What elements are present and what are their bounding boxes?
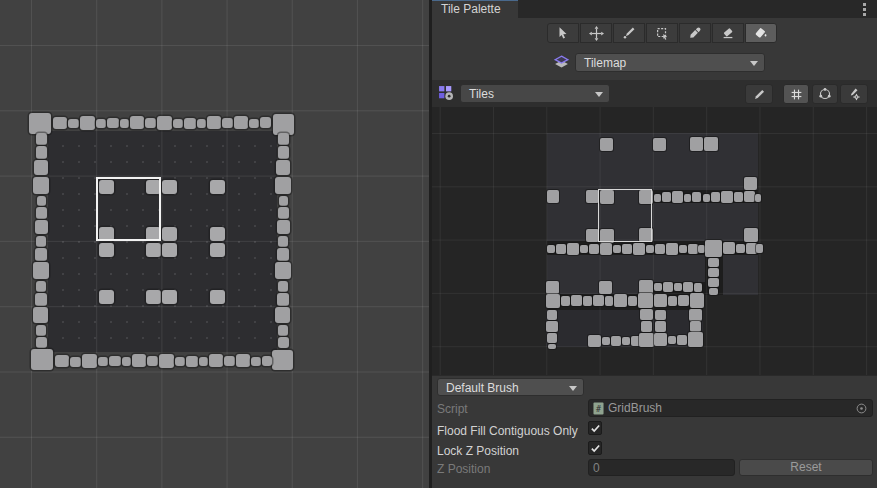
wall-tile[interactable] bbox=[82, 354, 97, 368]
palette-tile[interactable] bbox=[662, 192, 671, 202]
palette-tile[interactable] bbox=[547, 245, 555, 253]
floor-tile[interactable] bbox=[162, 227, 177, 241]
wall-tile[interactable] bbox=[33, 177, 49, 194]
wall-tile[interactable] bbox=[107, 118, 119, 128]
palette-tile[interactable] bbox=[668, 336, 676, 344]
floor-tile[interactable] bbox=[99, 243, 114, 257]
palette-tile[interactable] bbox=[705, 240, 722, 257]
palette-tile[interactable] bbox=[638, 293, 653, 308]
wall-tile[interactable] bbox=[36, 236, 46, 247]
floor-tile[interactable] bbox=[210, 180, 225, 194]
wall-tile[interactable] bbox=[120, 119, 129, 128]
palette-tile[interactable] bbox=[698, 245, 705, 253]
palette-tile[interactable] bbox=[548, 344, 556, 349]
palette-tile[interactable] bbox=[614, 294, 627, 307]
palette-tile[interactable] bbox=[546, 281, 559, 294]
scene-view[interactable] bbox=[0, 0, 429, 488]
palette-tile[interactable] bbox=[711, 192, 720, 202]
palette-tile[interactable] bbox=[734, 192, 743, 202]
wall-tile[interactable] bbox=[130, 116, 144, 129]
edit-palette-button[interactable] bbox=[745, 84, 773, 104]
wall-tile[interactable] bbox=[35, 248, 47, 261]
wall-tile[interactable] bbox=[260, 117, 271, 128]
kebab-menu-icon[interactable] bbox=[860, 3, 868, 16]
wall-tile[interactable] bbox=[234, 116, 248, 129]
move-tool-button[interactable] bbox=[580, 23, 612, 43]
palette-tile[interactable] bbox=[633, 243, 645, 255]
wall-tile[interactable] bbox=[53, 117, 67, 129]
wall-tile[interactable] bbox=[147, 356, 158, 366]
palette-tile[interactable] bbox=[653, 138, 666, 151]
palette-tile[interactable] bbox=[684, 194, 691, 202]
wall-tile[interactable] bbox=[207, 116, 221, 129]
wall-tile[interactable] bbox=[80, 116, 95, 130]
floor-tile[interactable] bbox=[210, 290, 225, 304]
palette-tile[interactable] bbox=[708, 258, 719, 267]
wall-tile[interactable] bbox=[272, 350, 293, 370]
palette-tile[interactable] bbox=[589, 244, 599, 254]
palette-tile[interactable] bbox=[756, 244, 763, 253]
wall-tile[interactable] bbox=[35, 293, 47, 306]
wall-tile[interactable] bbox=[173, 119, 183, 128]
palette-tile[interactable] bbox=[655, 321, 666, 332]
gizmos-toggle-button[interactable] bbox=[812, 84, 838, 104]
palette-tile[interactable] bbox=[688, 244, 698, 254]
palette-tile[interactable] bbox=[646, 245, 654, 253]
palette-tile[interactable] bbox=[672, 191, 683, 203]
wall-tile[interactable] bbox=[98, 357, 108, 366]
palette-tile[interactable] bbox=[622, 244, 632, 254]
floor-tile[interactable] bbox=[162, 180, 177, 194]
wall-tile[interactable] bbox=[276, 160, 290, 175]
palette-tile[interactable] bbox=[640, 309, 653, 320]
wall-tile[interactable] bbox=[278, 236, 288, 247]
wall-tile[interactable] bbox=[34, 160, 48, 175]
wall-tile[interactable] bbox=[157, 116, 172, 130]
palette-tile[interactable] bbox=[721, 191, 733, 203]
wall-tile[interactable] bbox=[36, 133, 47, 145]
palette-tile[interactable] bbox=[546, 321, 558, 332]
palette-tile[interactable] bbox=[679, 245, 687, 253]
floor-tile[interactable] bbox=[99, 290, 114, 304]
palette-tile[interactable] bbox=[547, 310, 557, 320]
wall-tile[interactable] bbox=[262, 356, 272, 366]
palette-tile[interactable] bbox=[692, 192, 701, 202]
grid-toggle-button[interactable] bbox=[783, 84, 809, 104]
wall-tile[interactable] bbox=[249, 119, 259, 128]
wall-tile[interactable] bbox=[36, 207, 47, 219]
lock-z-checkbox[interactable] bbox=[588, 441, 602, 455]
wall-tile[interactable] bbox=[68, 119, 79, 128]
wall-tile[interactable] bbox=[35, 220, 48, 234]
palette-tile[interactable] bbox=[690, 293, 704, 308]
wall-tile[interactable] bbox=[159, 354, 174, 368]
wall-tile[interactable] bbox=[278, 207, 289, 219]
palette-tile[interactable] bbox=[744, 177, 757, 190]
floor-tile[interactable] bbox=[210, 227, 225, 241]
wall-tile[interactable] bbox=[273, 114, 294, 135]
palette-tile[interactable] bbox=[641, 321, 652, 332]
palette-tile[interactable] bbox=[654, 294, 667, 307]
reset-button[interactable]: Reset bbox=[739, 459, 873, 476]
wall-tile[interactable] bbox=[70, 357, 81, 367]
wall-tile[interactable] bbox=[33, 307, 48, 323]
palette-tile[interactable] bbox=[678, 295, 689, 306]
wall-tile[interactable] bbox=[278, 281, 288, 292]
palette-tile[interactable] bbox=[547, 333, 557, 343]
wall-tile[interactable] bbox=[222, 118, 233, 128]
wall-tile[interactable] bbox=[278, 325, 288, 336]
wall-tile[interactable] bbox=[29, 113, 51, 134]
palette-tile[interactable] bbox=[704, 137, 718, 151]
box-fill-tool-button[interactable] bbox=[646, 23, 678, 43]
wall-tile[interactable] bbox=[236, 354, 250, 367]
palette-tile[interactable] bbox=[674, 283, 682, 291]
palette-tile[interactable] bbox=[547, 190, 559, 203]
wall-tile[interactable] bbox=[109, 356, 121, 366]
wall-tile[interactable] bbox=[186, 356, 198, 367]
paint-tool-button[interactable] bbox=[613, 23, 645, 43]
wall-tile[interactable] bbox=[132, 354, 146, 367]
wall-tile[interactable] bbox=[277, 220, 290, 234]
palette-tile[interactable] bbox=[723, 242, 735, 254]
wall-tile[interactable] bbox=[36, 337, 47, 348]
floor-tile[interactable] bbox=[162, 243, 177, 257]
script-object-field[interactable]: # GridBrush bbox=[588, 399, 873, 417]
wall-tile[interactable] bbox=[197, 119, 206, 128]
